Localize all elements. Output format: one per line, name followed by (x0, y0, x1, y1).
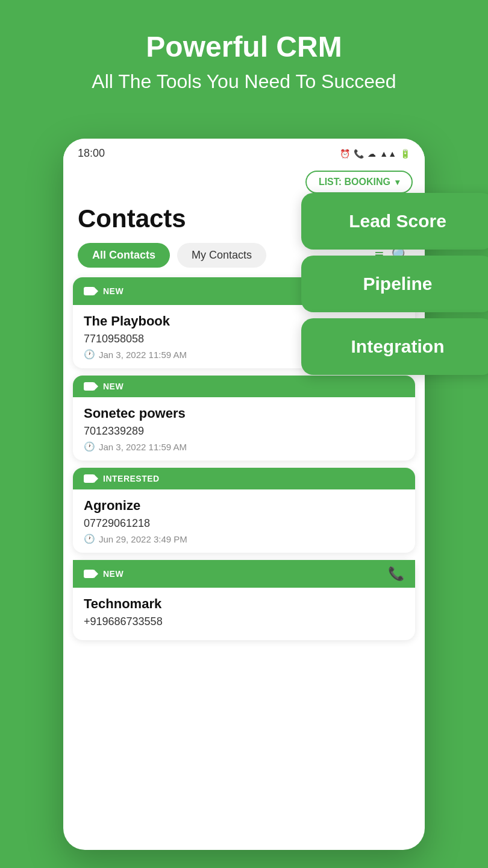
hero-title: Powerful CRM (24, 30, 464, 63)
contact-name-2: Sonetec powers (84, 406, 404, 421)
hero-subtitle: All The Tools You Need To Succeed (24, 71, 464, 93)
integration-label: Integration (351, 336, 445, 357)
contact-phone-4: +919686733558 (84, 615, 404, 628)
contact-phone-2: 7012339289 (84, 425, 404, 438)
hero-section: Powerful CRM All The Tools You Need To S… (0, 0, 488, 111)
contact-name-4: Technomark (84, 596, 404, 612)
status-icons: ⏰ 📞 ☁ ▲▲ 🔋 (340, 149, 410, 159)
tag-label-1: NEW (103, 286, 124, 296)
clock-icon-3: 🕐 (84, 533, 95, 544)
date-text-2: Jan 3, 2022 11:59 AM (99, 442, 187, 452)
call-icon-4[interactable]: 📞 (388, 566, 404, 582)
call-icon: 📞 (354, 149, 364, 159)
card-body-3: Agronize 07729061218 🕐 Jun 29, 2022 3:49… (73, 489, 415, 553)
card-body-2: Sonetec powers 7012339289 🕐 Jan 3, 2022 … (73, 397, 415, 461)
pipeline-label: Pipeline (363, 274, 432, 294)
tab-my-contacts[interactable]: My Contacts (177, 243, 266, 268)
signal-icon: ▲▲ (380, 149, 396, 159)
card-body-4: Technomark +919686733558 (73, 588, 415, 640)
tag-dot-icon-3 (84, 474, 95, 483)
list-selector-label: LIST: BOOKING (319, 177, 390, 187)
tag-label-2: NEW (103, 382, 124, 391)
tag-badge-3: INTERESTED (84, 474, 160, 483)
tag-label-4: NEW (103, 569, 124, 579)
tab-all-contacts[interactable]: All Contacts (78, 243, 170, 268)
list-selector-button[interactable]: LIST: BOOKING ▾ (305, 171, 413, 193)
card-header-3: INTERESTED (73, 468, 415, 489)
contact-card-3[interactable]: INTERESTED Agronize 07729061218 🕐 Jun 29… (73, 468, 415, 553)
lead-score-label: Lead Score (349, 211, 446, 231)
tag-label-3: INTERESTED (103, 474, 160, 483)
chevron-down-icon: ▾ (395, 177, 399, 187)
pipeline-card[interactable]: Pipeline (301, 256, 488, 312)
tag-badge-1: NEW (84, 286, 124, 296)
contact-card-4[interactable]: NEW 📞 Technomark +919686733558 (73, 560, 415, 640)
tag-badge-4: NEW (84, 569, 124, 579)
status-bar: 18:00 ⏰ 📞 ☁ ▲▲ 🔋 (63, 139, 425, 166)
tag-dot-icon-4 (84, 570, 95, 578)
alarm-icon: ⏰ (340, 149, 350, 159)
battery-icon: 🔋 (400, 149, 410, 159)
contact-card-2[interactable]: NEW Sonetec powers 7012339289 🕐 Jan 3, 2… (73, 376, 415, 461)
wifi-icon: ☁ (368, 149, 376, 159)
tag-badge-2: NEW (84, 382, 124, 391)
tag-dot-icon-2 (84, 382, 95, 391)
status-time: 18:00 (78, 147, 105, 160)
contact-name-3: Agronize (84, 498, 404, 514)
overlay-cards: Lead Score Pipeline Integration (301, 193, 488, 381)
clock-icon-1: 🕐 (84, 349, 95, 360)
lead-score-card[interactable]: Lead Score (301, 193, 488, 250)
contact-date-3: 🕐 Jun 29, 2022 3:49 PM (84, 533, 404, 544)
date-text-3: Jun 29, 2022 3:49 PM (99, 534, 187, 544)
contact-date-2: 🕐 Jan 3, 2022 11:59 AM (84, 441, 404, 452)
card-header-4: NEW 📞 (73, 560, 415, 588)
contacts-title: Contacts (78, 204, 186, 233)
tag-dot-icon (84, 287, 95, 295)
clock-icon-2: 🕐 (84, 441, 95, 452)
date-text-1: Jan 3, 2022 11:59 AM (99, 350, 187, 360)
integration-card[interactable]: Integration (301, 318, 488, 375)
contact-phone-3: 07729061218 (84, 517, 404, 530)
